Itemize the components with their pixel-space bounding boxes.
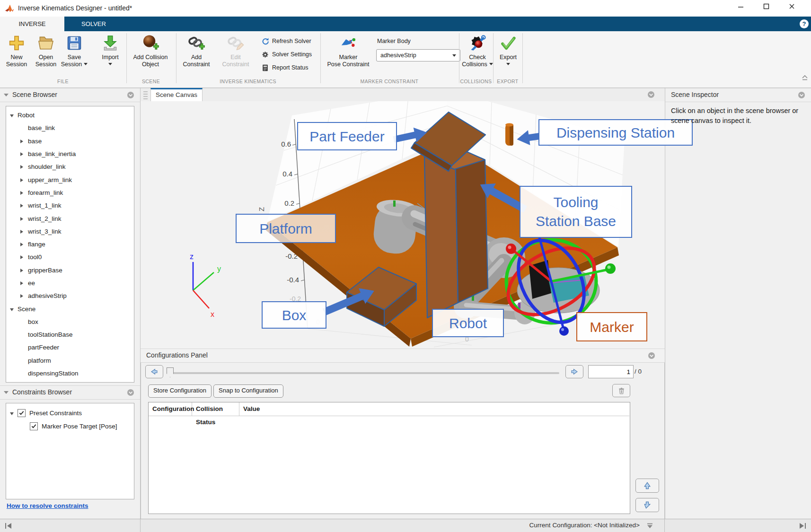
tree-item-base_link[interactable]: base_link <box>6 122 134 134</box>
tree-item-Scene[interactable]: Scene <box>6 302 134 315</box>
tree-item-Robot[interactable]: Robot <box>6 109 134 122</box>
collapse-panel-icon[interactable] <box>4 391 9 394</box>
tree-expand-icon[interactable] <box>10 410 18 417</box>
tree-item-base_link_inertia[interactable]: base_link_inertia <box>6 148 134 160</box>
collapse-right-panel-icon[interactable] <box>799 523 806 529</box>
export-button[interactable]: Export <box>496 33 520 68</box>
tree-item-label: base <box>28 138 42 145</box>
column-header-value[interactable]: Value <box>239 402 629 416</box>
scene-browser-header[interactable]: Scene Browser <box>0 88 140 102</box>
tree-item-platform[interactable]: platform <box>6 354 134 367</box>
tree-item-gripperBase[interactable]: gripperBase <box>6 264 134 277</box>
tree-item-wrist_2_link[interactable]: wrist_2_link <box>6 212 134 225</box>
tree-item-partFeeder[interactable]: partFeeder <box>6 341 134 354</box>
tree-expand-icon[interactable] <box>20 267 28 274</box>
add-constraint-button[interactable]: Add Constraint <box>179 33 214 68</box>
panel-options-icon[interactable] <box>798 91 805 99</box>
tree-expand-icon[interactable] <box>20 138 28 145</box>
tree-expand-icon[interactable] <box>20 176 28 183</box>
how-to-resolve-constraints-link[interactable]: How to resolve constraints <box>7 502 88 509</box>
constraints-browser-list[interactable]: Preset ConstraintsMarker Pose Target [Po… <box>6 403 134 499</box>
tree-expand-icon[interactable] <box>10 305 18 313</box>
tree-expand-icon[interactable] <box>20 163 28 170</box>
move-configuration-down-button[interactable] <box>635 498 659 512</box>
tab-scene-canvas[interactable]: Scene Canvas <box>150 88 203 101</box>
tree-item-flange[interactable]: flange <box>6 238 134 251</box>
save-session-button[interactable]: Save Session <box>59 33 90 68</box>
tree-item-dispensingStation[interactable]: dispensingStation <box>6 367 134 380</box>
import-icon <box>101 34 119 52</box>
tree-item-adhesiveStrip[interactable]: adhesiveStrip <box>6 289 134 302</box>
constraints-browser-header[interactable]: Constraints Browser <box>0 385 140 400</box>
tree-item-tool0[interactable]: tool0 <box>6 251 134 263</box>
tree-expand-icon[interactable] <box>20 279 28 287</box>
tab-solver[interactable]: SOLVER <box>71 17 116 31</box>
marker-pose-constraint-button[interactable]: Marker Pose Constraint <box>325 33 372 68</box>
previous-configuration-button[interactable] <box>145 365 163 378</box>
refresh-solver-button[interactable]: Refresh Solver <box>261 36 311 46</box>
minimize-button[interactable] <box>732 3 749 14</box>
collapse-toolstrip-icon[interactable] <box>802 75 808 80</box>
constraint-checkbox[interactable] <box>30 422 38 430</box>
snap-to-configuration-button[interactable]: Snap to Configuration <box>213 384 283 398</box>
solver-settings-button[interactable]: Solver Settings <box>261 49 312 60</box>
tree-item-wrist_3_link[interactable]: wrist_3_link <box>6 225 134 238</box>
new-session-button[interactable]: New Session <box>3 33 30 68</box>
column-header-collision-status[interactable]: Collision Status <box>192 402 239 416</box>
configurations-table[interactable]: Configuration Collision Status Value <box>148 402 630 514</box>
scene-inspector-header[interactable]: Scene Inspector <box>665 88 811 102</box>
check-collisions-caret <box>489 63 493 65</box>
tree-expand-icon[interactable] <box>20 189 28 196</box>
section-divider <box>522 33 523 83</box>
panel-options-icon[interactable] <box>647 91 655 98</box>
collapse-left-panel-icon[interactable] <box>5 523 12 529</box>
help-button[interactable]: ? <box>800 19 809 28</box>
constraint-item-marker-pose-target-pose-[interactable]: Marker Pose Target [Pose] <box>6 419 134 433</box>
constraint-checkbox[interactable] <box>18 409 26 417</box>
tree-expand-icon[interactable] <box>20 253 28 261</box>
tree-item-label: upper_arm_link <box>28 176 72 183</box>
scene-browser-tree[interactable]: Robotbase_linkbasebase_link_inertiashoul… <box>6 106 134 383</box>
tree-expand-icon[interactable] <box>20 241 28 248</box>
tree-item-upper_arm_link[interactable]: upper_arm_link <box>6 173 134 186</box>
tree-item-forearm_link[interactable]: forearm_link <box>6 186 134 199</box>
configuration-slider[interactable] <box>167 372 559 374</box>
tree-expand-icon[interactable] <box>20 228 28 235</box>
collapse-configurations-panel-icon[interactable] <box>646 523 653 529</box>
store-configuration-button[interactable]: Store Configuration <box>148 384 212 398</box>
column-header-configuration[interactable]: Configuration <box>149 402 192 416</box>
tree-expand-icon[interactable] <box>20 215 28 222</box>
import-button[interactable]: Import <box>98 33 123 68</box>
tree-expand-icon[interactable] <box>20 202 28 209</box>
tab-inverse-kinematics[interactable]: INVERSE KINEMATICS <box>0 17 64 31</box>
move-configuration-up-button[interactable] <box>635 479 659 493</box>
report-status-button[interactable]: Report Status <box>261 62 308 73</box>
add-collision-object-button[interactable]: Add Collision Object <box>129 33 172 68</box>
maximize-button[interactable] <box>758 3 774 14</box>
configuration-index-input[interactable] <box>588 365 634 378</box>
marker-body-dropdown[interactable]: adhesiveStrip <box>376 49 460 61</box>
panel-options-icon[interactable] <box>127 389 134 396</box>
tree-item-shoulder_link[interactable]: shoulder_link <box>6 160 134 173</box>
delete-configuration-button[interactable] <box>612 384 630 397</box>
open-session-button[interactable]: Open Session <box>32 33 60 68</box>
configuration-slider-thumb[interactable] <box>167 367 174 377</box>
tree-expand-icon[interactable] <box>20 292 28 299</box>
panel-options-icon[interactable] <box>648 352 655 359</box>
tree-item-ee[interactable]: ee <box>6 277 134 289</box>
tree-expand-icon[interactable] <box>10 112 18 119</box>
tree-item-base[interactable]: base <box>6 135 134 148</box>
tree-item-toolStationBase[interactable]: toolStationBase <box>6 328 134 341</box>
configurations-panel-header[interactable]: Configurations Panel <box>141 349 665 363</box>
collapse-panel-icon[interactable] <box>4 94 9 96</box>
dock-grip-icon[interactable] <box>143 91 148 99</box>
scene-canvas-viewport[interactable]: -0.2 0 0 0.6 0.4 0.2 -0.2 -0.4 Z <box>141 101 665 349</box>
tree-item-wrist_1_link[interactable]: wrist_1_link <box>6 199 134 212</box>
constraint-item-preset-constraints[interactable]: Preset Constraints <box>6 406 134 419</box>
tree-expand-icon[interactable] <box>20 150 28 157</box>
close-button[interactable] <box>784 3 800 14</box>
next-configuration-button[interactable] <box>565 365 583 378</box>
tree-item-box[interactable]: box <box>6 315 134 328</box>
panel-options-icon[interactable] <box>127 91 134 99</box>
check-collisions-button[interactable]: Check Collisions <box>458 33 497 68</box>
